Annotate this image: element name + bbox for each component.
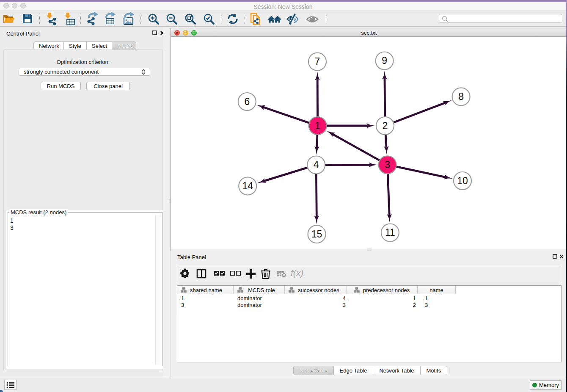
svg-text:6: 6 [244,96,250,107]
svg-text:3: 3 [385,159,390,170]
svg-text:1: 1 [315,120,320,131]
svg-text:4: 4 [314,159,319,170]
svg-text:f(x): f(x) [291,268,303,278]
svg-text:11: 11 [385,227,395,238]
svg-text:14: 14 [242,180,253,191]
svg-text:7: 7 [315,56,320,67]
svg-text:8: 8 [458,91,464,102]
svg-text:9: 9 [382,55,387,66]
svg-text:10: 10 [457,175,468,186]
svg-text:15: 15 [311,229,322,240]
svg-text:2: 2 [383,120,388,131]
